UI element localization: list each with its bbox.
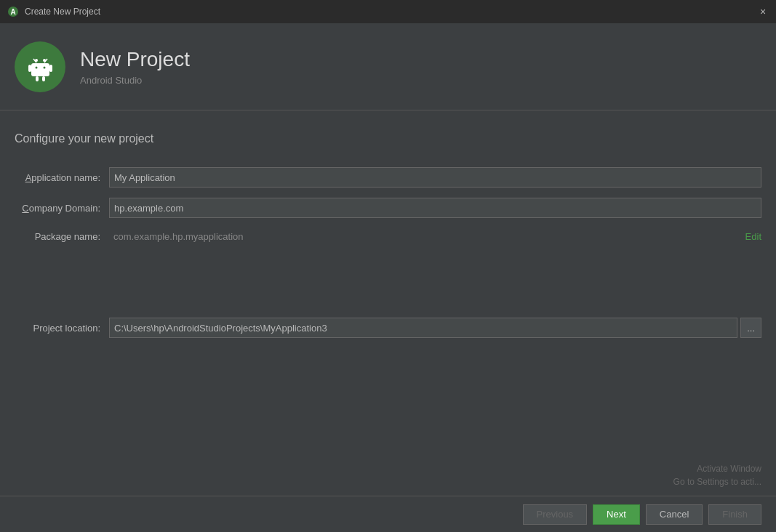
- svg-point-12: [43, 67, 45, 69]
- title-bar: A Create New Project ×: [0, 0, 776, 23]
- svg-point-11: [35, 67, 37, 69]
- package-name-row: Package name: com.example.hp.myapplicati…: [15, 228, 761, 245]
- application-name-label: Application name:: [15, 172, 109, 183]
- cancel-button[interactable]: Cancel: [646, 504, 703, 525]
- svg-rect-7: [28, 65, 31, 72]
- activate-windows-line1: Activate Window: [673, 462, 761, 475]
- edit-link[interactable]: Edit: [745, 231, 761, 242]
- location-input-wrapper: ...: [109, 318, 761, 338]
- main-content: Configure your new project Application n…: [0, 110, 776, 363]
- header-subtitle: Android Studio: [80, 75, 190, 86]
- svg-rect-8: [49, 65, 52, 72]
- header-title: New Project: [80, 47, 190, 72]
- project-location-label: Project location:: [15, 323, 109, 334]
- application-name-row: Application name:: [15, 167, 761, 188]
- browse-button[interactable]: ...: [740, 318, 761, 338]
- title-bar-left: A Create New Project: [7, 6, 100, 17]
- close-button[interactable]: ×: [757, 6, 769, 17]
- package-name-value: com.example.hp.myapplication: [109, 228, 738, 245]
- package-name-label: Package name:: [15, 231, 109, 242]
- android-studio-icon: A: [7, 6, 19, 17]
- activate-windows-line2: Go to Settings to acti...: [673, 475, 761, 488]
- application-name-input[interactable]: [109, 167, 761, 188]
- svg-rect-10: [42, 76, 45, 81]
- svg-text:A: A: [10, 8, 15, 16]
- footer: Previous Next Cancel Finish: [0, 496, 776, 532]
- previous-button[interactable]: Previous: [523, 504, 588, 525]
- activate-windows-watermark: Activate Window Go to Settings to acti..…: [673, 462, 761, 488]
- svg-rect-9: [36, 76, 39, 81]
- header-text: New Project Android Studio: [80, 47, 190, 86]
- company-domain-row: Company Domain:: [15, 198, 761, 218]
- header-section: New Project Android Studio: [0, 23, 776, 110]
- svg-rect-2: [31, 63, 49, 76]
- android-logo: [15, 41, 65, 92]
- next-button[interactable]: Next: [593, 504, 640, 525]
- company-domain-label: Company Domain:: [15, 203, 109, 214]
- project-location-row: Project location: ...: [15, 318, 761, 338]
- title-bar-title: Create New Project: [25, 7, 100, 17]
- company-domain-input[interactable]: [109, 198, 761, 218]
- project-location-input[interactable]: [109, 318, 737, 338]
- finish-button[interactable]: Finish: [708, 504, 761, 525]
- section-title: Configure your new project: [15, 132, 761, 145]
